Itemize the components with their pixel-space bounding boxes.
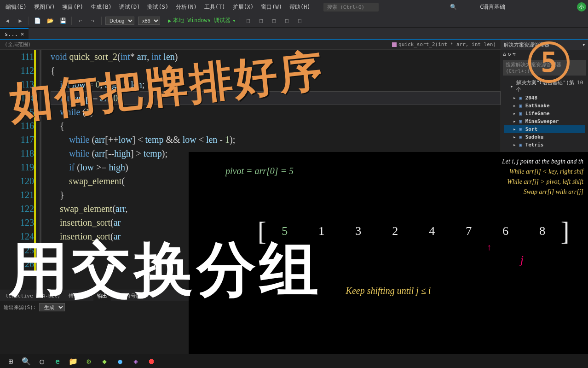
menu-view[interactable]: 视图(V) bbox=[30, 3, 59, 11]
avatar[interactable]: 小 bbox=[577, 2, 586, 12]
project-node-sort[interactable]: ▸ ▣ Sort bbox=[504, 125, 585, 133]
search-icon[interactable]: 🔍 bbox=[19, 355, 33, 368]
open-icon[interactable]: 📂 bbox=[46, 16, 55, 25]
folder-icon[interactable]: 📁 bbox=[66, 355, 80, 368]
nav-back-icon[interactable]: ◀ bbox=[3, 16, 12, 25]
project-icon: ▣ bbox=[518, 142, 524, 148]
menubar: 编辑(E) 视图(V) 项目(P) 生成(B) 调试(D) 测试(S) 分析(N… bbox=[0, 0, 588, 14]
project-node-minesweeper[interactable]: ▸ ▣ MineSweeper bbox=[504, 117, 585, 125]
project-icon: ▣ bbox=[518, 127, 524, 132]
line-number: 120 bbox=[0, 174, 34, 188]
project-node-eatsnake[interactable]: ▸ ▣ EatSnake bbox=[504, 102, 585, 110]
menu-analyze[interactable]: 分析(N) bbox=[172, 3, 201, 11]
line-number: 123 bbox=[0, 216, 34, 229]
vis-note: While arr[j] > pivot, left shift bbox=[502, 177, 583, 187]
keep-text: Keep shifting until j ≤ i bbox=[346, 286, 431, 296]
line-number: 122 bbox=[0, 202, 34, 216]
code-line[interactable]: while (arr[++low] < temp && low < len - … bbox=[51, 133, 501, 146]
array-cell: 3 bbox=[340, 224, 377, 238]
start-icon[interactable]: ⊞ bbox=[4, 355, 17, 368]
function-icon bbox=[392, 42, 397, 47]
menu-help[interactable]: 帮助(H) bbox=[286, 3, 314, 11]
function-dropdown[interactable]: quick_sort_2(int * arr, int len) bbox=[392, 41, 496, 47]
undo-icon[interactable]: ↶ bbox=[75, 16, 85, 25]
array-cell: 4 bbox=[414, 224, 450, 238]
menu-edit[interactable]: 编辑(E) bbox=[2, 3, 30, 11]
project-icon: ▣ bbox=[518, 111, 524, 117]
line-number: 119 bbox=[0, 160, 34, 174]
solution-tree: ▸ 解决方案"C语言基础"(第 10 个▸ ▣ 2048▸ ▣ EatSnake… bbox=[501, 77, 588, 150]
menu-extensions[interactable]: 扩展(X) bbox=[229, 3, 258, 11]
record-icon[interactable]: ⏺ bbox=[144, 355, 158, 368]
array-cell: 6 bbox=[487, 224, 524, 238]
run-button[interactable]: ▶ 本地 Windows 调试器 ▾ bbox=[168, 17, 236, 24]
vs-icon[interactable]: ◈ bbox=[129, 355, 143, 368]
search-box[interactable]: 搜索 (Ctrl+Q) bbox=[323, 3, 379, 12]
line-number: 121 bbox=[0, 188, 34, 202]
redo-icon[interactable]: ↷ bbox=[88, 16, 98, 25]
line-number: 117 bbox=[0, 133, 34, 146]
close-icon[interactable]: × bbox=[21, 31, 24, 37]
vis-note: Let i, j point at the begin and th bbox=[502, 157, 583, 167]
tb-icon[interactable]: ⬚ bbox=[270, 16, 279, 25]
array-cell: 2 bbox=[377, 224, 414, 238]
menu-window[interactable]: 窗口(W) bbox=[257, 3, 286, 11]
project-node-2048[interactable]: ▸ ▣ 2048 bbox=[504, 94, 585, 102]
project-icon: ▣ bbox=[518, 103, 524, 109]
nav-fwd-icon[interactable]: ▶ bbox=[16, 16, 25, 25]
new-icon[interactable]: 📄 bbox=[33, 16, 42, 25]
overlay-number: 5 bbox=[528, 41, 570, 83]
pointer-arrow-icon: ↑ bbox=[487, 242, 491, 252]
vis-notes: Let i, j point at the begin and thWhile … bbox=[502, 157, 583, 197]
config-select[interactable]: Debug bbox=[105, 17, 134, 25]
overlay-title-2: 用交换分组 bbox=[9, 230, 322, 310]
refresh-icon[interactable]: ↻ bbox=[508, 51, 511, 57]
array-cell: 8 bbox=[524, 224, 561, 238]
platform-select[interactable]: x86 bbox=[138, 17, 160, 25]
cortana-icon[interactable]: ○ bbox=[35, 355, 49, 368]
tb-icon[interactable]: ⬚ bbox=[295, 16, 305, 25]
home-icon[interactable]: ⌂ bbox=[503, 51, 506, 57]
editor-tab[interactable]: s...× bbox=[0, 28, 29, 39]
pycharm-icon[interactable]: ◆ bbox=[98, 355, 111, 368]
menu-tools[interactable]: 工具(T) bbox=[201, 3, 229, 11]
sync-icon[interactable]: ⇆ bbox=[513, 51, 516, 57]
vis-note: While arr[i] < key, right shif bbox=[502, 167, 583, 177]
array-cell: 7 bbox=[450, 224, 487, 238]
project-node-tetris[interactable]: ▸ ▣ Tetris bbox=[504, 141, 585, 149]
menu-project[interactable]: 项目(P) bbox=[58, 3, 87, 11]
project-icon: ▣ bbox=[518, 119, 524, 124]
tb-icon[interactable]: ⬚ bbox=[244, 16, 253, 25]
j-pointer: j bbox=[520, 253, 524, 267]
tb-icon[interactable]: ⬚ bbox=[257, 16, 266, 25]
tab-strip: s...× bbox=[0, 28, 588, 40]
menu-debug[interactable]: 调试(D) bbox=[115, 3, 144, 11]
menu-test[interactable]: 测试(S) bbox=[144, 3, 172, 11]
project-node-lifegame[interactable]: ▸ ▣ LifeGame bbox=[504, 110, 585, 117]
settings-icon[interactable]: ⚙ bbox=[82, 355, 96, 368]
edge-icon[interactable]: e bbox=[51, 355, 64, 368]
project-icon: ▣ bbox=[518, 134, 524, 140]
scope-dropdown[interactable]: (全局范围) bbox=[5, 41, 31, 48]
bracket-icon: ] bbox=[561, 216, 570, 246]
project-name: C语言基础 bbox=[480, 3, 505, 11]
app-icon[interactable]: ● bbox=[113, 355, 127, 368]
vis-note: Swap arr[i] with arr[j] bbox=[502, 187, 583, 197]
toolbar: ◀ ▶ 📄 📂 💾 ↶ ↷ Debug x86 ▶ 本地 Windows 调试器… bbox=[0, 14, 588, 28]
project-icon: ▣ bbox=[518, 95, 524, 101]
taskbar: ⊞ 🔍 ○ e 📁 ⚙ ◆ ● ◈ ⏺ bbox=[0, 354, 588, 368]
dropdown-icon[interactable]: ▾ bbox=[582, 42, 585, 48]
project-node-sudoku[interactable]: ▸ ▣ Sudoku bbox=[504, 133, 585, 141]
menu-build[interactable]: 生成(B) bbox=[87, 3, 115, 11]
line-number: 111 bbox=[0, 50, 34, 64]
save-icon[interactable]: 💾 bbox=[58, 16, 68, 25]
tb-icon[interactable]: ⬚ bbox=[282, 16, 292, 25]
solution-icon: ▸ bbox=[509, 83, 514, 89]
line-number: 118 bbox=[0, 146, 34, 160]
search-icon[interactable]: 🔍 bbox=[450, 4, 457, 10]
